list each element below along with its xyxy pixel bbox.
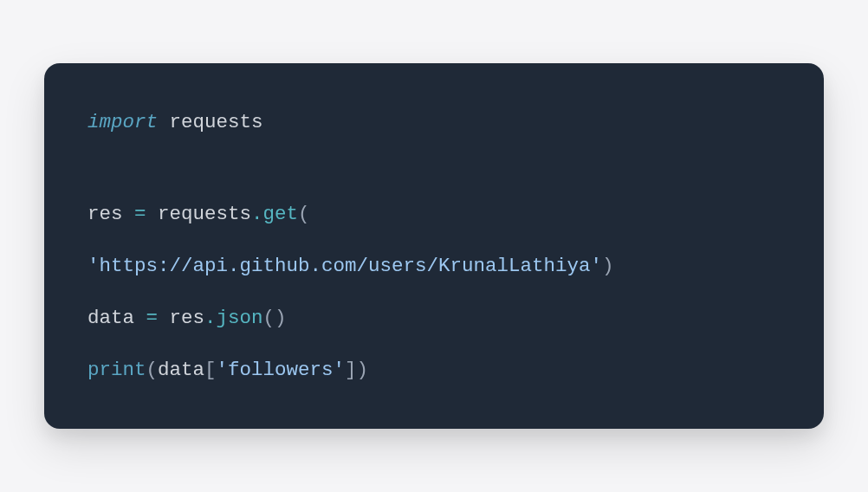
code-line-blank xyxy=(87,159,781,178)
obj-requests: requests xyxy=(146,203,252,225)
dot-op: . xyxy=(204,307,217,329)
code-line-5: print(data['followers']) xyxy=(87,354,781,385)
bracket-close: ] xyxy=(345,359,357,381)
dot-op: . xyxy=(251,203,263,225)
obj-res: res xyxy=(158,307,204,329)
url-string: 'https://api.github.com/users/KrunalLath… xyxy=(87,255,602,277)
code-line-3: 'https://api.github.com/users/KrunalLath… xyxy=(87,250,781,282)
bracket-open: [ xyxy=(204,359,217,381)
keyword-import: import xyxy=(87,111,158,133)
key-string: 'followers' xyxy=(217,359,346,381)
code-card: import requests res = requests.get('http… xyxy=(44,63,824,429)
code-line-2: res = requests.get( xyxy=(87,198,781,230)
var-res: res xyxy=(87,203,134,225)
code-line-1: import requests xyxy=(87,107,781,138)
code-block: import requests res = requests.get('http… xyxy=(87,107,781,385)
arg-data: data xyxy=(158,359,204,381)
assign-op: = xyxy=(134,203,146,225)
func-print: print xyxy=(87,359,146,381)
method-json: json xyxy=(217,307,263,329)
assign-op: = xyxy=(146,307,159,329)
module-name: requests xyxy=(158,111,263,133)
var-data: data xyxy=(87,307,146,329)
code-line-4: data = res.json() xyxy=(87,302,781,333)
paren-open: ( xyxy=(298,203,310,225)
paren-close: ) xyxy=(357,359,369,381)
parens: () xyxy=(263,307,287,329)
paren-open: ( xyxy=(146,359,159,381)
method-get: get xyxy=(263,203,299,225)
paren-close: ) xyxy=(602,255,614,277)
